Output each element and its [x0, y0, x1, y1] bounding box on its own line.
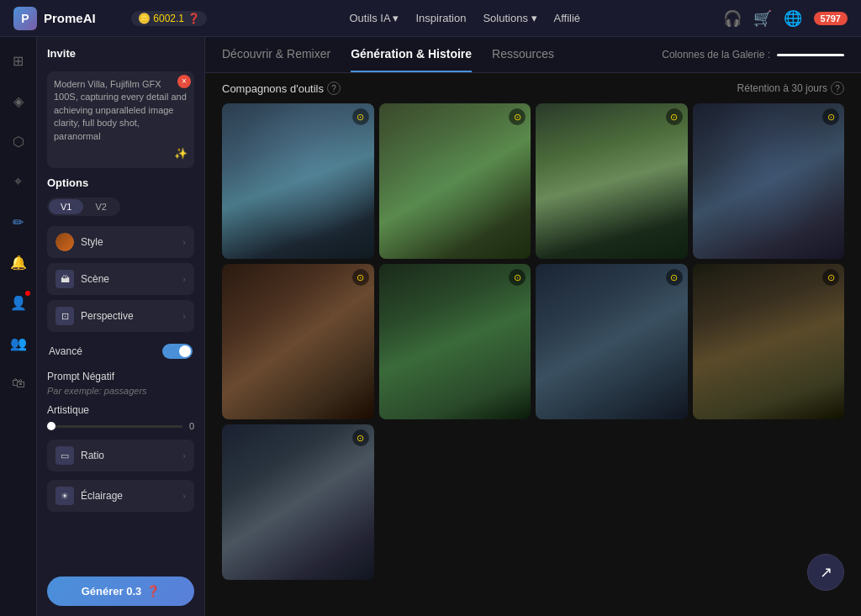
prompt-neg-input[interactable] — [47, 386, 194, 396]
nav-links: Outils IA ▾ Inspiration Solutions ▾ Affi… — [224, 12, 705, 24]
options-section: Options V1 V2 Style › 🏔 Scène — [47, 176, 194, 332]
sidebar-edit[interactable]: ✏ — [5, 208, 32, 235]
sidebar-person[interactable]: 👤 — [5, 289, 32, 316]
gallery-columns-label: Colonnes de la Galerie : — [662, 49, 770, 61]
image-star-5[interactable]: ⊙ — [352, 269, 369, 286]
style-chevron: › — [182, 237, 186, 247]
artistique-slider-track[interactable] — [47, 425, 182, 428]
image-star-9[interactable]: ⊙ — [352, 429, 369, 446]
options-label: Options — [47, 176, 194, 189]
toolbar: Compagnons d'outils ? Rétention à 30 jou… — [205, 73, 861, 103]
share-icon: ↗ — [820, 563, 832, 582]
scene-left: 🏔 Scène — [55, 270, 109, 288]
right-content: Découvrir & Remixer Génération & Histoir… — [205, 37, 861, 616]
wand-icon[interactable]: ✨ — [174, 146, 188, 161]
style-option[interactable]: Style › — [47, 226, 194, 258]
invite-label: Invite — [47, 47, 194, 60]
logo-text: PromeAI — [44, 11, 96, 25]
image-item-5[interactable]: ⊙ — [222, 264, 374, 419]
avance-label: Avancé — [49, 345, 82, 357]
style-avatar — [55, 233, 74, 251]
cart-icon[interactable]: 🛒 — [753, 9, 772, 28]
sidebar-bell[interactable]: 🔔 — [5, 249, 32, 276]
nav-inspiration[interactable]: Inspiration — [415, 12, 466, 24]
generate-btn-label: Générer 0.3 — [82, 585, 142, 598]
tab-ressources[interactable]: Ressources — [492, 37, 554, 72]
tools-info-icon[interactable]: ? — [327, 82, 341, 95]
retention-label: Rétention à 30 jours ? — [737, 82, 844, 95]
ratio-option[interactable]: ▭ Ratio › — [47, 440, 194, 471]
globe-icon[interactable]: 🌐 — [784, 9, 802, 28]
slider-row: 0 — [47, 421, 194, 431]
nav-outils-ia[interactable]: Outils IA ▾ — [349, 12, 399, 24]
image-star-3[interactable]: ⊙ — [666, 108, 683, 125]
style-left: Style — [55, 233, 103, 251]
style-label: Style — [81, 236, 103, 248]
image-grid: ⊙ ⊙ ⊙ ⊙ ⊙ ⊙ ⊙ — [205, 103, 861, 616]
sidebar-bag[interactable]: 🛍 — [5, 370, 32, 397]
retention-text: Rétention à 30 jours — [737, 82, 827, 94]
image-star-1[interactable]: ⊙ — [352, 108, 369, 125]
image-item-4[interactable]: ⊙ — [693, 103, 845, 259]
generate-button[interactable]: Générer 0.3 ❓ — [47, 577, 194, 606]
top-navigation: P PromeAI 🪙 6002.1 ❓ Outils IA ▾ Inspira… — [0, 0, 861, 37]
prompt-box[interactable]: × Modern Villa, Fujifilm GFX 100S, captu… — [47, 71, 194, 168]
artistique-slider-thumb[interactable] — [47, 422, 55, 430]
sidebar-home[interactable]: ⊞ — [5, 47, 32, 74]
image-item-2[interactable]: ⊙ — [379, 103, 531, 259]
prompt-tools: ✨ — [54, 146, 188, 161]
tab-decouvrir[interactable]: Découvrir & Remixer — [222, 37, 330, 72]
tab-generation[interactable]: Génération & Histoire — [351, 37, 472, 72]
image-item-7[interactable]: ⊙ — [536, 264, 688, 419]
prompt-neg-section: Prompt Négatif — [47, 371, 194, 396]
image-star-8[interactable]: ⊙ — [822, 269, 839, 286]
image-item-6[interactable]: ⊙ — [379, 264, 531, 419]
perspective-option[interactable]: ⊡ Perspective › — [47, 300, 194, 332]
sidebar-search[interactable]: ⌖ — [5, 168, 32, 195]
prompt-neg-label: Prompt Négatif — [47, 371, 194, 382]
avance-toggle[interactable] — [162, 344, 193, 359]
ratio-chevron: › — [182, 450, 186, 461]
version-tab-v2[interactable]: V2 — [83, 199, 118, 214]
retention-info-icon[interactable]: ? — [831, 82, 844, 95]
tools-text: Compagnons d'outils — [222, 82, 324, 95]
eclairage-chevron: › — [182, 491, 186, 501]
icon-sidebar: ⊞ ◈ ⬡ ⌖ ✏ 🔔 👤 👥 🛍 — [0, 37, 37, 616]
help-icon: ❓ — [188, 13, 200, 24]
eclairage-left: ☀ Éclairage — [55, 487, 123, 505]
left-panel: Invite × Modern Villa, Fujifilm GFX 100S… — [37, 37, 205, 616]
style-icon — [55, 233, 74, 251]
gallery-columns-slider[interactable] — [777, 54, 844, 56]
image-star-2[interactable]: ⊙ — [509, 108, 526, 125]
coin-badge[interactable]: 🪙 6002.1 ❓ — [131, 11, 207, 26]
artistique-label: Artistique — [47, 404, 194, 416]
image-star-4[interactable]: ⊙ — [822, 108, 839, 125]
logo[interactable]: P PromeAI — [13, 7, 114, 30]
nav-affilie[interactable]: Affilié — [554, 12, 581, 24]
share-fab-button[interactable]: ↗ — [807, 554, 844, 591]
tools-label: Compagnons d'outils ? — [222, 82, 341, 95]
perspective-label: Perspective — [81, 310, 134, 322]
headset-icon[interactable]: 🎧 — [723, 9, 742, 28]
sidebar-box[interactable]: ⬡ — [5, 128, 32, 155]
ratio-label: Ratio — [81, 450, 104, 461]
eclairage-icon: ☀ — [55, 487, 74, 505]
sidebar-ai[interactable]: ◈ — [5, 87, 32, 114]
prompt-close-btn[interactable]: × — [177, 75, 191, 88]
eclairage-option[interactable]: ☀ Éclairage › — [47, 480, 194, 512]
image-star-6[interactable]: ⊙ — [509, 269, 526, 286]
version-tab-v1[interactable]: V1 — [49, 199, 83, 214]
image-star-7[interactable]: ⊙ — [666, 269, 683, 286]
perspective-icon: ⊡ — [55, 307, 74, 325]
sidebar-group[interactable]: 👥 — [5, 329, 32, 356]
image-item-8[interactable]: ⊙ — [693, 264, 845, 419]
image-item-3[interactable]: ⊙ — [536, 103, 688, 259]
scene-chevron: › — [182, 274, 186, 284]
logo-icon: P — [13, 7, 37, 30]
scene-option[interactable]: 🏔 Scène › — [47, 263, 194, 295]
image-item-1[interactable]: ⊙ — [222, 103, 374, 259]
nav-solutions[interactable]: Solutions ▾ — [483, 12, 536, 24]
ratio-left: ▭ Ratio — [55, 446, 104, 465]
image-item-9[interactable]: ⊙ — [222, 424, 374, 580]
user-avatar-badge[interactable]: 5797 — [814, 12, 848, 25]
